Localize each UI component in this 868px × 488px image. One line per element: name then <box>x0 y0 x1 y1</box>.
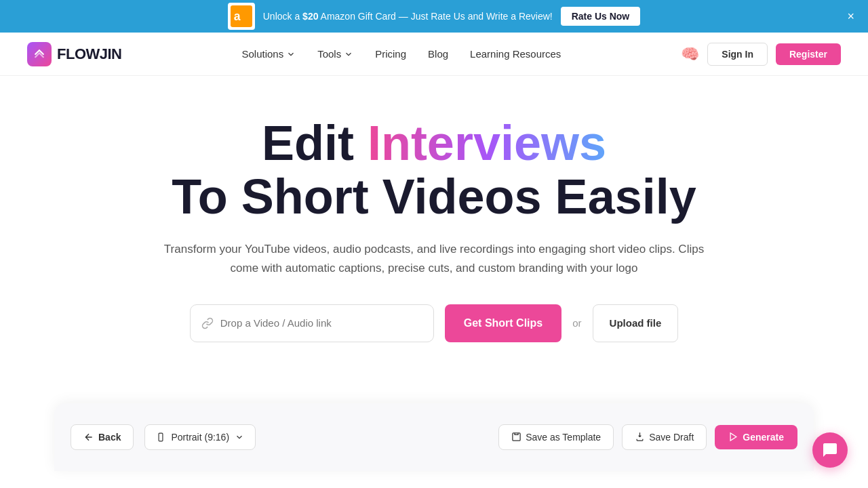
portrait-select[interactable]: Portrait (9:16) <box>144 424 256 450</box>
nav-learning[interactable]: Learning Resources <box>470 48 561 60</box>
link-icon <box>201 317 214 329</box>
nav-pricing[interactable]: Pricing <box>375 48 406 60</box>
save-template-icon <box>511 432 521 442</box>
upload-file-button[interactable]: Upload file <box>593 304 679 342</box>
url-input-wrapper <box>190 304 434 342</box>
portrait-icon <box>156 432 165 442</box>
bottom-left-controls: Back Portrait (9:16) <box>71 424 256 450</box>
save-draft-icon <box>635 432 645 442</box>
svg-marker-4 <box>730 433 736 441</box>
save-draft-button[interactable]: Save Draft <box>622 424 707 450</box>
navbar: FLOWJIN Solutions Tools Pricing Blog Lea… <box>0 33 868 76</box>
nav-links: Solutions Tools Pricing Blog Learning Re… <box>241 48 561 60</box>
svg-rect-3 <box>513 433 520 441</box>
register-button[interactable]: Register <box>776 43 841 65</box>
hero-section: Edit Interviews To Short Videos Easily T… <box>0 76 868 403</box>
svg-rect-2 <box>159 433 163 441</box>
nav-tools[interactable]: Tools <box>317 48 353 60</box>
back-arrow-icon <box>83 432 94 443</box>
chevron-down-icon <box>235 432 244 442</box>
generate-icon <box>728 432 738 442</box>
amazon-icon: a <box>228 3 255 30</box>
or-separator: or <box>572 317 581 329</box>
save-template-button[interactable]: Save as Template <box>498 424 614 450</box>
hero-title-line2: To Short Videos Easily <box>27 170 841 224</box>
logo[interactable]: FLOWJIN <box>27 42 122 66</box>
bottom-right-controls: Save as Template Save Draft Generate <box>498 424 797 450</box>
hero-title-line1: Edit Interviews <box>27 117 841 170</box>
bottom-preview-bar: Back Portrait (9:16) Save as Template Sa… <box>54 403 814 471</box>
sign-in-button[interactable]: Sign In <box>707 43 768 66</box>
get-short-clips-button[interactable]: Get Short Clips <box>445 304 561 342</box>
back-button[interactable]: Back <box>71 424 134 450</box>
hero-interviews-text: Interviews <box>368 116 606 170</box>
top-banner: a Unlock a $20 Amazon Gift Card — Just R… <box>0 0 868 33</box>
logo-icon <box>27 42 52 66</box>
brain-icon-button[interactable]: 🧠 <box>681 45 699 63</box>
rate-us-button[interactable]: Rate Us Now <box>561 7 641 26</box>
cta-row: Get Short Clips or Upload file <box>27 304 841 342</box>
logo-text: FLOWJIN <box>57 45 122 63</box>
url-input[interactable] <box>220 317 422 329</box>
banner-text: Unlock a $20 Amazon Gift Card — Just Rat… <box>263 11 553 22</box>
generate-button[interactable]: Generate <box>715 425 797 449</box>
banner-close-button[interactable]: × <box>847 10 854 22</box>
nav-blog[interactable]: Blog <box>428 48 448 60</box>
nav-right: 🧠 Sign In Register <box>681 43 841 66</box>
chat-button[interactable] <box>812 432 848 468</box>
hero-subtitle: Transform your YouTube videos, audio pod… <box>156 240 712 277</box>
svg-text:a: a <box>234 9 241 23</box>
nav-solutions[interactable]: Solutions <box>241 48 296 60</box>
